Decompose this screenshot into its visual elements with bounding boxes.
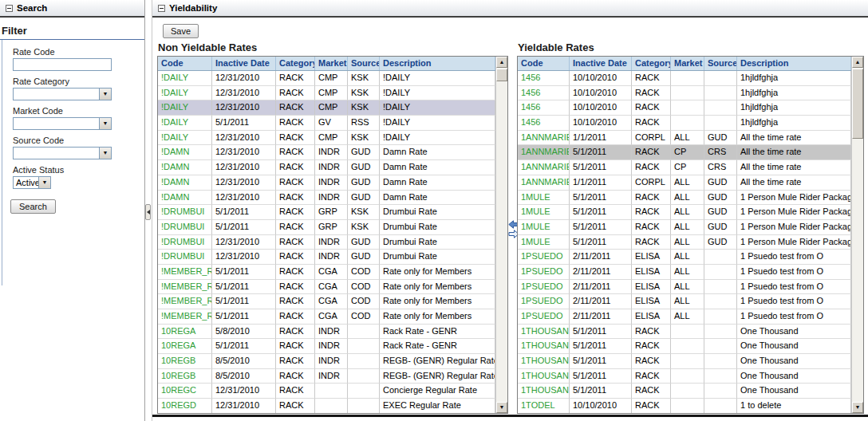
- table-row[interactable]: !DRUMBUI5/1/2011RACKGRPKSKDrumbui Rate: [158, 220, 495, 235]
- chevron-down-icon[interactable]: ▼: [38, 177, 50, 188]
- table-row[interactable]: !DAMN12/31/2010RACKINDRGUDDamn Rate: [158, 160, 495, 175]
- collapse-icon[interactable]: [6, 5, 13, 12]
- table-row[interactable]: 10REGB8/5/2010RACKINDRREGB- (GENR) Regul…: [158, 354, 495, 369]
- column-header-source[interactable]: Source: [704, 57, 737, 70]
- column-header-source[interactable]: Source: [348, 57, 380, 70]
- table-row[interactable]: 1THOUSAND5/1/2011RACKOne Thousand: [518, 369, 851, 384]
- table-row[interactable]: 10REGB8/5/2010RACKINDRREGB- (GENR) Regul…: [158, 369, 495, 384]
- scroll-up-icon[interactable]: ▲: [496, 57, 507, 68]
- market-code-dropdown[interactable]: ▼: [13, 117, 112, 130]
- column-header-category[interactable]: Category: [276, 57, 315, 70]
- table-row[interactable]: 1THOUSAND5/1/2011RACKOne Thousand: [518, 339, 851, 354]
- table-row[interactable]: 10REGA5/1/2011RACKINDRRack Rate - GENR: [158, 339, 495, 354]
- table-row[interactable]: 1MULE5/1/2011RACKALLGUD1 Person Mule Rid…: [518, 191, 851, 206]
- table-row[interactable]: 1MULE5/1/2011RACKALLGUD1 Person Mule Rid…: [518, 235, 851, 250]
- app-root: Search Filter Rate Code Rate Category ▼ …: [0, 0, 868, 421]
- table-row[interactable]: !MEMBER_RA...5/1/2011RACKCGACODRate only…: [158, 280, 495, 295]
- cell: 12/31/2010: [212, 71, 276, 86]
- table-row[interactable]: 1ANNMARIE5/1/2011RACKCPCRSAll the time r…: [518, 145, 851, 160]
- table-row[interactable]: 10REGC12/31/2010RACKConcierge Regular Ra…: [158, 384, 495, 399]
- scroll-down-icon[interactable]: ▼: [496, 402, 507, 413]
- cell: 1hjldfghja: [737, 86, 851, 101]
- table-row[interactable]: 1THOUSAND5/1/2011RACKOne Thousand: [518, 384, 851, 399]
- scroll-down-icon[interactable]: ▼: [852, 402, 863, 413]
- table-row[interactable]: 1THOUSAND5/1/2011RACKOne Thousand: [518, 325, 851, 340]
- table-row[interactable]: 1PSUEDO2/11/2011ELISAALL1 Psuedo test fr…: [518, 309, 851, 325]
- table-row[interactable]: 1PSUEDO2/11/2011ELISAALL1 Psuedo test fr…: [518, 265, 851, 280]
- cell: Rack Rate - GENR: [380, 325, 495, 340]
- table-row[interactable]: 10REGD12/31/2010RACKEXEC Regular Rate: [158, 399, 495, 413]
- cell: RACK: [276, 354, 315, 369]
- column-header-market[interactable]: Market: [671, 57, 704, 70]
- save-button[interactable]: Save: [163, 24, 199, 38]
- yieldability-panel-header[interactable]: Yieldability: [152, 0, 868, 18]
- column-header-inactive-date[interactable]: Inactive Date: [570, 57, 632, 70]
- table-row[interactable]: !DAMN12/31/2010RACKINDRGUDDamn Rate: [158, 145, 495, 160]
- table-row[interactable]: 1ANNMARIE5/1/2011RACKCPCRSAll the time r…: [518, 160, 851, 175]
- table-row[interactable]: !DAILY12/31/2010RACKCMPKSK!DAILY: [158, 86, 495, 101]
- table-row[interactable]: 1ANNMARIE1/1/2011CORPLALLGUDAll the time…: [518, 131, 851, 146]
- panel-splitter[interactable]: [145, 0, 152, 421]
- column-header-code[interactable]: Code: [158, 57, 212, 70]
- table-row[interactable]: !DRUMBUI5/1/2011RACKGRPKSKDrumbui Rate: [158, 205, 495, 220]
- cell-code: 1THOUSAND: [518, 369, 570, 384]
- table-row[interactable]: 145610/10/2010RACK1hjldfghja: [518, 86, 851, 101]
- rate-code-field: Rate Code: [13, 47, 144, 71]
- non-yieldable-rates-title: Non Yieldable Rates: [158, 41, 257, 53]
- column-header-inactive-date[interactable]: Inactive Date: [212, 57, 276, 70]
- scroll-up-icon[interactable]: ▲: [852, 57, 863, 68]
- chevron-down-icon[interactable]: ▼: [99, 148, 111, 159]
- table-row[interactable]: !DAILY12/31/2010RACKCMPKSK!DAILY: [158, 131, 495, 146]
- scrollbar-thumb[interactable]: [852, 69, 863, 139]
- table-row[interactable]: !DAMN12/31/2010RACKINDRGUDDamn Rate: [158, 175, 495, 191]
- cell: 1hjldfghja: [737, 116, 851, 131]
- table-row[interactable]: 1MULE5/1/2011RACKALLGUD1 Person Mule Rid…: [518, 205, 851, 220]
- table-row[interactable]: !DAMN12/31/2010RACKINDRGUDDamn Rate: [158, 191, 495, 206]
- table-row[interactable]: !DRUMBUI12/31/2010RACKINDRGUDDrumbui Rat…: [158, 235, 495, 250]
- active-status-field: Active Status Active ▼: [13, 165, 144, 189]
- table-row[interactable]: !DRUMBUI12/31/2010RACKINDRGUDDrumbui Rat…: [158, 250, 495, 265]
- cell: 5/1/2011: [212, 280, 276, 295]
- table-row[interactable]: 10REGA5/8/2010RACKINDRRack Rate - GENR: [158, 325, 495, 340]
- table-row[interactable]: 1PSUEDO2/11/2011ELISAALL1 Psuedo test fr…: [518, 280, 851, 295]
- scrollbar-thumb[interactable]: [496, 69, 507, 81]
- cell: Rate only for Members: [380, 294, 495, 309]
- column-header-description[interactable]: Description: [380, 57, 495, 70]
- active-status-dropdown[interactable]: Active ▼: [13, 176, 51, 189]
- source-code-dropdown[interactable]: ▼: [13, 147, 112, 159]
- cell: ALL: [671, 191, 704, 206]
- collapse-icon[interactable]: [158, 5, 165, 12]
- cell-code: 1THOUSAND: [518, 339, 570, 354]
- column-header-category[interactable]: Category: [632, 57, 671, 70]
- search-panel-header[interactable]: Search: [0, 0, 144, 18]
- column-header-code[interactable]: Code: [518, 57, 570, 70]
- splitter-collapse-handle[interactable]: [145, 204, 151, 220]
- table-row[interactable]: !MEMBER_RA...5/1/2011RACKCGACODRate only…: [158, 294, 495, 309]
- cell: [704, 265, 737, 280]
- rate-code-input[interactable]: [13, 58, 112, 71]
- table-row[interactable]: 1THOUSAND5/1/2011RACKOne Thousand: [518, 354, 851, 369]
- column-header-description[interactable]: Description: [737, 57, 851, 70]
- table-row[interactable]: 1PSUEDO2/11/2011ELISAALL1 Psuedo test fr…: [518, 294, 851, 309]
- table-row[interactable]: !MEMBER_RA...5/1/2011RACKCGACODRate only…: [158, 265, 495, 280]
- column-header-market[interactable]: Market: [315, 57, 348, 70]
- table-row[interactable]: 145610/10/2010RACK1hjldfghja: [518, 100, 851, 116]
- table-row[interactable]: 1ANNMARIE1/1/2011CORPLALLGUDAll the time…: [518, 175, 851, 191]
- table-row[interactable]: !MEMBER_RA...5/1/2011RACKCGACODRate only…: [158, 309, 495, 325]
- search-button[interactable]: Search: [10, 199, 56, 214]
- table-row[interactable]: 1PSUEDO2/11/2011ELISAALL1 Psuedo test fr…: [518, 250, 851, 265]
- cell-code: !DAILY: [158, 116, 212, 131]
- table-row[interactable]: !DAILY12/31/2010RACKCMPKSK!DAILY: [158, 100, 495, 116]
- rate-category-dropdown[interactable]: ▼: [13, 88, 112, 100]
- table-row[interactable]: 145610/10/2010RACK1hjldfghja: [518, 116, 851, 131]
- chevron-down-icon[interactable]: ▼: [99, 89, 111, 100]
- table-row[interactable]: 145610/10/2010RACK1hjldfghja: [518, 71, 851, 86]
- vertical-scrollbar[interactable]: ▲ ▼: [495, 57, 507, 413]
- table-row[interactable]: 1MULE5/1/2011RACKALLGUD1 Person Mule Rid…: [518, 220, 851, 235]
- table-row[interactable]: !DAILY5/1/2011RACKGVRSS!DAILY: [158, 116, 495, 131]
- market-code-field: Market Code ▼: [13, 106, 144, 130]
- table-row[interactable]: 1TODEL10/10/2010RACK1 to delete: [518, 399, 851, 413]
- vertical-scrollbar[interactable]: ▲ ▼: [851, 57, 863, 413]
- table-row[interactable]: !DAILY12/31/2010RACKCMPKSK!DAILY: [158, 71, 495, 86]
- chevron-down-icon[interactable]: ▼: [99, 118, 111, 129]
